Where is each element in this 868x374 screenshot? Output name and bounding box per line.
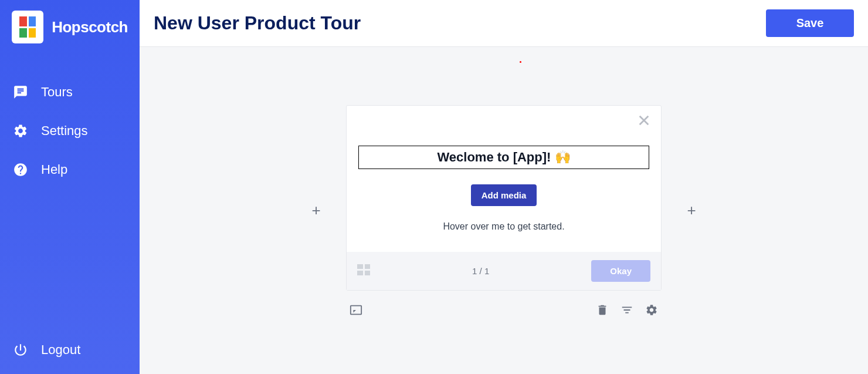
step-pager: 1 / 1 — [472, 266, 489, 276]
step-card-body: Add media Hover over me to get started. — [347, 106, 661, 252]
sidebar-item-tours[interactable]: Tours — [0, 73, 140, 112]
brand-mark-icon — [357, 264, 370, 277]
page-title: New User Product Tour — [154, 12, 361, 34]
sidebar-item-settings[interactable]: Settings — [0, 112, 140, 150]
editor-canvas: + Add media Hover over me to get started… — [140, 47, 868, 374]
target-icon[interactable] — [350, 304, 362, 316]
add-step-before-button[interactable]: + — [307, 202, 325, 220]
step-column: Add media Hover over me to get started. … — [346, 105, 662, 316]
header: New User Product Tour Save — [140, 0, 868, 47]
chat-icon — [13, 85, 28, 100]
add-step-after-button[interactable]: + — [683, 202, 700, 220]
close-button[interactable] — [638, 114, 650, 129]
sidebar-logout[interactable]: Logout — [0, 331, 140, 369]
brand-logo[interactable]: Hopscotch — [0, 11, 140, 43]
power-icon — [13, 342, 28, 358]
add-media-button[interactable]: Add media — [471, 184, 537, 206]
gear-icon — [13, 123, 28, 139]
step-card: Add media Hover over me to get started. … — [346, 105, 662, 291]
sidebar-item-label: Settings — [41, 123, 88, 139]
step-toolbar — [346, 304, 662, 316]
settings-icon[interactable] — [645, 304, 658, 316]
sidebar-item-help[interactable]: Help — [0, 150, 140, 189]
step-title-input[interactable] — [358, 146, 649, 169]
sidebar-item-label: Help — [41, 162, 67, 177]
save-button[interactable]: Save — [766, 9, 854, 37]
sidebar-nav: Tours Settings Help — [0, 73, 140, 331]
sidebar-item-label: Tours — [41, 85, 73, 100]
brand-logo-icon — [12, 11, 43, 43]
step-card-footer: 1 / 1 Okay — [347, 252, 661, 290]
main-area: New User Product Tour Save + Add media H… — [140, 0, 868, 374]
okay-button[interactable]: Okay — [591, 260, 650, 282]
marker-dot — [520, 61, 521, 63]
step-body-text[interactable]: Hover over me to get started. — [358, 221, 649, 232]
filter-icon[interactable] — [621, 304, 633, 316]
brand-name: Hopscotch — [52, 18, 128, 36]
trash-icon[interactable] — [596, 304, 609, 316]
logout-label: Logout — [41, 342, 80, 358]
close-icon — [638, 114, 650, 127]
step-row: + Add media Hover over me to get started… — [307, 105, 700, 316]
sidebar: Hopscotch Tours Settings Help Logout — [0, 0, 140, 374]
help-icon — [13, 162, 28, 177]
